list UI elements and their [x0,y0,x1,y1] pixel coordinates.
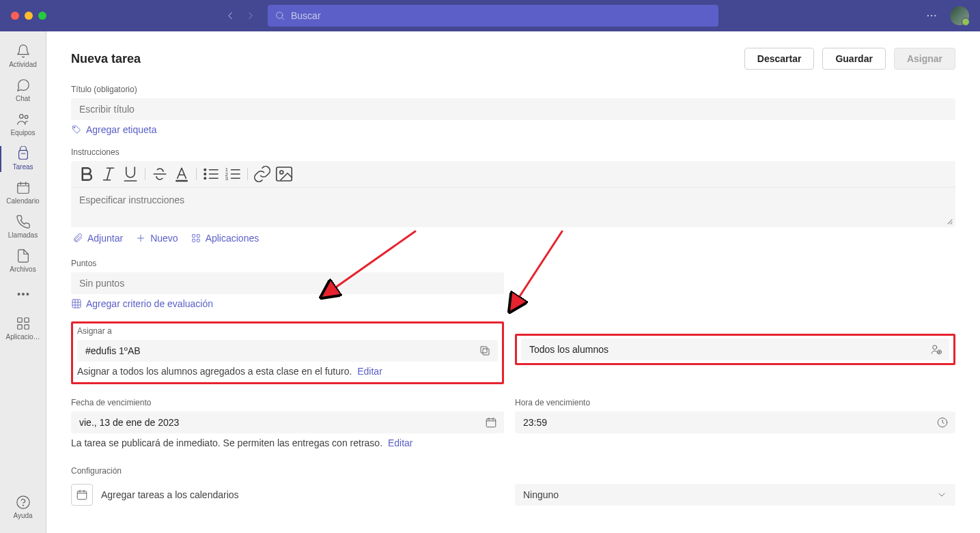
image-button[interactable] [274,164,294,184]
apps-icon [16,316,31,331]
minimize-window-icon[interactable] [25,12,33,20]
underline-icon [120,164,141,184]
calendar-dropdown[interactable]: Ninguno [515,484,955,506]
assign-to-input[interactable] [77,340,498,362]
attach-link[interactable]: Adjuntar [72,233,123,244]
svg-rect-30 [197,239,199,242]
add-tag-label: Agregar etiqueta [86,124,157,135]
instructions-label: Instrucciones [71,147,955,157]
bullet-list-button[interactable] [201,164,221,184]
instructions-input[interactable]: Especificar instrucciones [71,188,955,227]
calendar-picker-icon[interactable] [485,416,497,429]
svg-point-21 [204,177,206,179]
due-date-input[interactable] [71,412,504,433]
assign-to-highlight: Asignar a Asignar a todos los alumnos ag… [71,321,504,384]
search-input[interactable] [291,10,712,21]
svg-point-15 [16,496,29,508]
students-highlight [515,334,955,365]
italic-icon [98,164,119,184]
people-add-icon[interactable] [930,343,942,356]
new-label: Nuevo [150,233,178,244]
apps-link[interactable]: Aplicaciones [191,233,260,244]
new-link[interactable]: Nuevo [135,233,178,244]
search-bar[interactable] [268,5,718,27]
svg-text:3: 3 [225,175,228,182]
svg-point-38 [933,345,937,349]
add-tag-link[interactable]: Agregar etiqueta [71,124,157,135]
add-calendar-label: Agregar tareas a los calendarios [101,489,239,500]
svg-rect-37 [483,349,489,355]
italic-button[interactable] [98,164,119,184]
svg-rect-11 [17,318,21,322]
siderail-item-help[interactable]: Ayuda [0,491,46,525]
svg-rect-36 [481,347,487,353]
assign-to-label: Asignar a [77,326,498,336]
save-button[interactable]: Guardar [822,48,885,70]
svg-rect-29 [192,239,195,242]
title-input[interactable] [71,98,955,120]
clock-icon[interactable] [936,416,949,429]
bullet-list-icon [201,164,221,184]
discard-button[interactable]: Descartar [744,48,815,70]
due-date-label: Fecha de vencimiento [71,398,504,407]
file-icon [16,248,31,263]
underline-button[interactable] [120,164,141,184]
bold-icon [76,164,97,184]
siderail-item-calls[interactable]: Llamadas [0,210,46,244]
svg-rect-31 [72,300,81,308]
calendar-dropdown-value: Ninguno [523,489,559,500]
more-icon[interactable] [925,10,938,22]
siderail-item-files[interactable]: Archivos [0,244,46,278]
svg-rect-12 [24,318,28,322]
siderail-item-label: Llamadas [8,231,38,239]
calendar-setting-icon-box [71,484,93,506]
main-content: Nueva tarea Descartar Guardar Asignar Tí… [46,31,980,533]
bold-button[interactable] [76,164,97,184]
students-input[interactable] [521,338,949,360]
apps-label: Aplicaciones [206,233,260,244]
due-time-label: Hora de vencimiento [515,398,955,407]
siderail-item-more[interactable] [0,278,46,312]
svg-point-1 [927,15,929,16]
font-color-button[interactable] [171,164,192,184]
siderail-item-label: Ayuda [13,512,32,519]
add-rubric-link[interactable]: Agregar criterio de evaluación [71,298,213,309]
apps-grid-icon [191,233,201,244]
svg-rect-28 [197,235,199,237]
numbered-list-button[interactable]: 123 [223,164,243,184]
svg-rect-25 [277,167,292,181]
svg-rect-13 [17,325,21,329]
maximize-window-icon[interactable] [38,12,46,20]
publish-edit-link[interactable]: Editar [388,437,413,448]
resize-handle-icon[interactable] [944,216,953,225]
editor-toolbar: 123 [71,161,955,188]
back-icon[interactable] [224,10,236,22]
class-picker-icon[interactable] [479,345,491,357]
more-horizontal-icon [16,287,31,302]
svg-point-10 [27,293,29,296]
people-icon [16,112,31,127]
points-input[interactable] [71,272,504,294]
assign-future-edit-link[interactable]: Editar [357,366,382,377]
assign-button: Asignar [894,48,955,70]
tag-icon [71,124,82,135]
help-icon [16,495,31,510]
forward-icon[interactable] [244,10,257,22]
siderail-item-apps[interactable]: Aplicacio… [0,312,46,346]
due-time-input[interactable] [515,412,955,433]
close-window-icon[interactable] [11,12,19,20]
siderail-item-label: Archivos [10,265,36,273]
siderail-item-calendar[interactable]: Calendario [0,176,46,210]
siderail-item-teams[interactable]: Equipos [0,108,46,142]
siderail-item-label: Calendario [6,197,39,205]
phone-icon [16,214,31,229]
avatar[interactable] [950,6,969,25]
attach-label: Adjuntar [87,233,123,244]
svg-point-4 [19,115,23,119]
siderail-item-assignments[interactable]: Tareas [0,142,46,176]
siderail-item-activity[interactable]: Actividad [0,40,46,74]
siderail-item-chat[interactable]: Chat [0,74,46,108]
siderail-item-label: Equipos [10,129,35,136]
link-button[interactable] [252,164,272,184]
strikethrough-button[interactable] [150,164,170,184]
